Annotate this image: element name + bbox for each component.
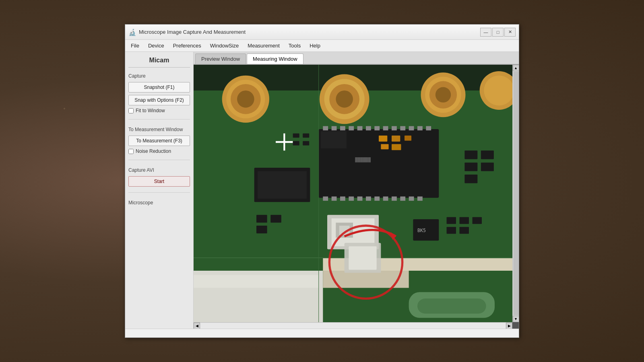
minimize-button[interactable]: —	[480, 28, 491, 37]
svg-rect-49	[381, 144, 388, 149]
menu-help[interactable]: Help	[305, 41, 324, 50]
menu-preferences[interactable]: Preferences	[169, 41, 205, 50]
svg-rect-86	[481, 162, 494, 171]
vertical-scrollbar[interactable]: ▲ ▼	[512, 65, 519, 322]
svg-rect-50	[392, 144, 401, 150]
status-bar	[125, 329, 519, 337]
fit-to-window-label: Fit to Window	[136, 108, 165, 113]
menu-measurement[interactable]: Measurement	[244, 41, 283, 50]
svg-point-9	[336, 90, 353, 108]
svg-rect-21	[340, 126, 345, 131]
capture-section-label: Capture	[128, 73, 190, 79]
svg-rect-52	[258, 171, 307, 199]
svg-rect-38	[374, 196, 380, 201]
svg-rect-33	[332, 196, 337, 201]
window-controls: — □ ✕	[480, 28, 516, 37]
fit-to-window-checkbox[interactable]	[128, 108, 134, 113]
horizontal-scrollbar[interactable]: ◀ ▶	[194, 322, 512, 329]
svg-point-5	[237, 90, 254, 108]
svg-point-13	[436, 87, 451, 102]
tab-measuring[interactable]: Measuring Window	[247, 53, 303, 64]
menu-tools[interactable]: Tools	[285, 41, 305, 50]
app-icon: 🔬	[128, 29, 136, 36]
svg-rect-84	[481, 150, 494, 159]
svg-rect-42	[409, 196, 414, 201]
svg-rect-64	[473, 217, 482, 224]
svg-rect-65	[447, 227, 456, 234]
svg-rect-35	[349, 196, 354, 201]
svg-rect-30	[417, 126, 423, 131]
svg-rect-48	[405, 136, 411, 141]
fit-to-window-row: Fit to Window	[128, 108, 190, 113]
svg-rect-53	[256, 215, 267, 222]
to-measurement-button[interactable]: To Measurement (F3)	[128, 136, 190, 146]
svg-rect-41	[400, 196, 405, 201]
svg-rect-46	[379, 136, 387, 142]
menu-device[interactable]: Device	[144, 41, 168, 50]
measurement-section-label: To Measurement Window	[128, 127, 190, 132]
svg-rect-22	[349, 126, 354, 131]
main-content: Micam Capture Snapshot (F1) Snap with Op…	[125, 52, 519, 329]
svg-rect-81	[293, 141, 299, 146]
svg-rect-66	[460, 227, 469, 234]
svg-rect-32	[323, 196, 328, 201]
svg-rect-62	[447, 217, 456, 224]
svg-rect-26	[383, 126, 388, 131]
noise-reduction-label: Noise Reduction	[136, 148, 171, 154]
svg-rect-24	[366, 126, 371, 131]
close-button[interactable]: ✕	[504, 28, 516, 37]
svg-rect-78	[349, 246, 376, 270]
divider-1	[128, 119, 190, 119]
scroll-up-button[interactable]: ▲	[513, 65, 519, 71]
menu-windowsize[interactable]: WindowSize	[206, 41, 243, 50]
tab-preview[interactable]: Preview Window	[195, 53, 246, 64]
menu-file[interactable]: File	[127, 41, 143, 50]
pcb-canvas: ██████	[194, 65, 512, 322]
scroll-down-button[interactable]: ▼	[513, 316, 519, 322]
svg-rect-60	[413, 219, 439, 241]
maximize-button[interactable]: □	[492, 28, 504, 37]
svg-rect-63	[460, 217, 469, 224]
window-title: Microscope Image Capture And Measurement	[139, 29, 480, 35]
image-area: ██████	[194, 65, 519, 329]
noise-reduction-checkbox[interactable]	[128, 149, 134, 154]
right-panel: Preview Window Measuring Window	[194, 52, 519, 329]
svg-rect-79	[293, 134, 299, 138]
svg-rect-83	[464, 150, 477, 159]
svg-rect-31	[426, 126, 431, 131]
snap-options-button[interactable]: Snap with Options (F2)	[128, 95, 190, 105]
svg-rect-70	[417, 298, 486, 313]
capture-avi-label: Capture AVI	[128, 167, 190, 173]
svg-rect-25	[374, 126, 380, 131]
pcb-svg: ██████	[194, 65, 512, 322]
svg-rect-55	[256, 226, 267, 233]
svg-rect-29	[409, 126, 414, 131]
app-window: 🔬 Microscope Image Capture And Measureme…	[125, 24, 519, 338]
svg-rect-34	[340, 196, 345, 201]
svg-rect-87	[464, 175, 477, 183]
tab-bar: Preview Window Measuring Window	[194, 52, 519, 65]
snapshot-button[interactable]: Snapshot (F1)	[128, 82, 190, 93]
scroll-right-button[interactable]: ▶	[506, 323, 512, 329]
svg-rect-80	[303, 134, 309, 138]
sidebar-title: Micam	[128, 55, 190, 68]
svg-rect-85	[464, 162, 477, 171]
noise-reduction-row: Noise Reduction	[128, 148, 190, 154]
svg-text:BK5: BK5	[417, 228, 426, 233]
svg-rect-23	[357, 126, 363, 131]
svg-rect-82	[303, 141, 309, 146]
scroll-track-horizontal	[200, 323, 506, 329]
menu-bar: File Device Preferences WindowSize Measu…	[125, 40, 519, 52]
svg-rect-43	[417, 196, 423, 201]
svg-rect-20	[332, 126, 337, 131]
sidebar: Micam Capture Snapshot (F1) Snap with Op…	[125, 52, 194, 329]
divider-2	[128, 160, 190, 160]
scroll-left-button[interactable]: ◀	[194, 323, 200, 329]
scroll-thumb-vertical[interactable]	[513, 72, 519, 315]
start-avi-button[interactable]: Start	[128, 176, 190, 187]
svg-rect-27	[392, 126, 397, 131]
svg-rect-28	[400, 126, 405, 131]
svg-rect-19	[323, 126, 328, 131]
divider-3	[128, 192, 190, 193]
svg-rect-72	[323, 271, 409, 288]
